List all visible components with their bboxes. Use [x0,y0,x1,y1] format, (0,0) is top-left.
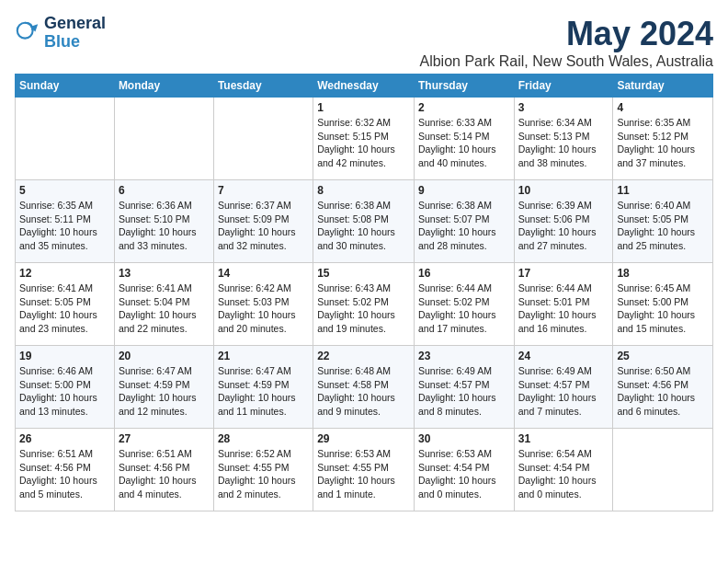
day-info: Sunrise: 6:35 AMSunset: 5:12 PMDaylight:… [617,116,709,170]
day-number: 20 [119,350,210,362]
calendar-week-4: 19Sunrise: 6:46 AMSunset: 5:00 PMDayligh… [16,346,713,429]
day-number: 8 [317,184,410,197]
day-info: Sunrise: 6:53 AMSunset: 4:54 PMDaylight:… [418,447,510,501]
calendar-cell: 26Sunrise: 6:51 AMSunset: 4:56 PMDayligh… [16,429,115,511]
calendar-cell [16,98,115,180]
day-info: Sunrise: 6:33 AMSunset: 5:14 PMDaylight:… [418,116,510,170]
calendar-cell: 27Sunrise: 6:51 AMSunset: 4:56 PMDayligh… [114,429,213,511]
calendar-cell: 19Sunrise: 6:46 AMSunset: 5:00 PMDayligh… [16,346,115,429]
day-info: Sunrise: 6:53 AMSunset: 4:55 PMDaylight:… [317,447,410,501]
logo-text: General Blue [44,15,106,52]
calendar-cell: 2Sunrise: 6:33 AMSunset: 5:14 PMDaylight… [414,98,514,180]
day-number: 1 [317,101,410,114]
day-number: 26 [19,432,110,445]
calendar-cell: 8Sunrise: 6:38 AMSunset: 5:08 PMDaylight… [313,180,415,263]
day-number: 4 [617,101,709,114]
day-number: 5 [19,184,110,197]
day-info: Sunrise: 6:49 AMSunset: 4:57 PMDaylight:… [518,364,609,419]
day-info: Sunrise: 6:34 AMSunset: 5:13 PMDaylight:… [518,116,609,170]
day-info: Sunrise: 6:49 AMSunset: 4:57 PMDaylight:… [418,364,510,419]
day-info: Sunrise: 6:51 AMSunset: 4:56 PMDaylight:… [19,447,110,501]
calendar-cell: 15Sunrise: 6:43 AMSunset: 5:02 PMDayligh… [313,263,415,346]
day-number: 10 [518,184,609,197]
calendar-cell: 28Sunrise: 6:52 AMSunset: 4:55 PMDayligh… [213,429,313,511]
day-info: Sunrise: 6:36 AMSunset: 5:10 PMDaylight:… [119,199,210,253]
calendar-cell: 14Sunrise: 6:42 AMSunset: 5:03 PMDayligh… [213,263,313,346]
day-info: Sunrise: 6:52 AMSunset: 4:55 PMDaylight:… [218,447,309,501]
calendar-cell: 11Sunrise: 6:40 AMSunset: 5:05 PMDayligh… [613,180,713,263]
day-number: 3 [518,101,609,114]
calendar-cell: 10Sunrise: 6:39 AMSunset: 5:06 PMDayligh… [514,180,613,263]
calendar-cell: 17Sunrise: 6:44 AMSunset: 5:01 PMDayligh… [514,263,613,346]
day-number: 6 [119,184,210,197]
calendar-table: Sunday Monday Tuesday Wednesday Thursday… [15,74,713,511]
day-number: 11 [617,184,709,197]
day-number: 17 [518,267,609,280]
day-number: 16 [418,267,510,280]
day-number: 12 [19,267,110,280]
day-number: 9 [418,184,510,197]
day-info: Sunrise: 6:44 AMSunset: 5:02 PMDaylight:… [418,282,510,336]
day-info: Sunrise: 6:41 AMSunset: 5:04 PMDaylight:… [119,282,210,336]
logo-icon [15,20,40,46]
day-number: 27 [119,432,210,445]
day-number: 21 [218,350,309,362]
day-number: 31 [518,432,609,445]
calendar-cell: 1Sunrise: 6:32 AMSunset: 5:15 PMDaylight… [313,98,415,180]
day-number: 30 [418,432,510,445]
day-info: Sunrise: 6:54 AMSunset: 4:54 PMDaylight:… [518,447,609,501]
calendar-cell: 18Sunrise: 6:45 AMSunset: 5:00 PMDayligh… [613,263,713,346]
calendar-cell [213,98,313,180]
col-monday: Monday [114,75,213,98]
day-info: Sunrise: 6:38 AMSunset: 5:07 PMDaylight:… [418,199,510,253]
calendar-week-2: 5Sunrise: 6:35 AMSunset: 5:11 PMDaylight… [16,180,713,263]
day-info: Sunrise: 6:35 AMSunset: 5:11 PMDaylight:… [19,199,110,253]
col-saturday: Saturday [613,75,713,98]
calendar-body: 1Sunrise: 6:32 AMSunset: 5:15 PMDaylight… [16,98,713,511]
subtitle: Albion Park Rail, New South Wales, Austr… [419,53,713,70]
day-number: 29 [317,432,410,445]
day-info: Sunrise: 6:38 AMSunset: 5:08 PMDaylight:… [317,199,410,253]
day-info: Sunrise: 6:42 AMSunset: 5:03 PMDaylight:… [218,282,309,336]
calendar-header: Sunday Monday Tuesday Wednesday Thursday… [16,75,713,98]
col-thursday: Thursday [414,75,514,98]
day-info: Sunrise: 6:40 AMSunset: 5:05 PMDaylight:… [617,199,709,253]
calendar-cell: 12Sunrise: 6:41 AMSunset: 5:05 PMDayligh… [16,263,115,346]
calendar-week-1: 1Sunrise: 6:32 AMSunset: 5:15 PMDaylight… [16,98,713,180]
calendar-cell: 6Sunrise: 6:36 AMSunset: 5:10 PMDaylight… [114,180,213,263]
day-number: 2 [418,101,510,114]
day-info: Sunrise: 6:48 AMSunset: 4:58 PMDaylight:… [317,364,410,419]
calendar-cell: 30Sunrise: 6:53 AMSunset: 4:54 PMDayligh… [414,429,514,511]
logo-line1: General [44,15,106,33]
day-info: Sunrise: 6:37 AMSunset: 5:09 PMDaylight:… [218,199,309,253]
day-number: 7 [218,184,309,197]
day-info: Sunrise: 6:45 AMSunset: 5:00 PMDaylight:… [617,282,709,336]
day-info: Sunrise: 6:32 AMSunset: 5:15 PMDaylight:… [317,116,410,170]
day-number: 23 [418,350,510,362]
day-number: 15 [317,267,410,280]
col-sunday: Sunday [16,75,115,98]
day-info: Sunrise: 6:39 AMSunset: 5:06 PMDaylight:… [518,199,609,253]
day-info: Sunrise: 6:51 AMSunset: 4:56 PMDaylight:… [119,447,210,501]
calendar-cell: 4Sunrise: 6:35 AMSunset: 5:12 PMDaylight… [613,98,713,180]
calendar-cell: 24Sunrise: 6:49 AMSunset: 4:57 PMDayligh… [514,346,613,429]
day-info: Sunrise: 6:47 AMSunset: 4:59 PMDaylight:… [119,364,210,419]
calendar-cell: 21Sunrise: 6:47 AMSunset: 4:59 PMDayligh… [213,346,313,429]
day-info: Sunrise: 6:41 AMSunset: 5:05 PMDaylight:… [19,282,110,336]
day-number: 22 [317,350,410,362]
logo-line2: Blue [44,33,106,52]
calendar-cell: 16Sunrise: 6:44 AMSunset: 5:02 PMDayligh… [414,263,514,346]
logo: General Blue [15,15,106,52]
day-number: 25 [617,350,709,362]
day-info: Sunrise: 6:50 AMSunset: 4:56 PMDaylight:… [617,364,709,419]
calendar-cell [613,429,713,511]
calendar-cell: 23Sunrise: 6:49 AMSunset: 4:57 PMDayligh… [414,346,514,429]
header-row: Sunday Monday Tuesday Wednesday Thursday… [16,75,713,98]
calendar-cell: 22Sunrise: 6:48 AMSunset: 4:58 PMDayligh… [313,346,415,429]
day-number: 24 [518,350,609,362]
calendar-cell: 29Sunrise: 6:53 AMSunset: 4:55 PMDayligh… [313,429,415,511]
day-number: 28 [218,432,309,445]
day-number: 14 [218,267,309,280]
day-info: Sunrise: 6:46 AMSunset: 5:00 PMDaylight:… [19,364,110,419]
calendar-week-3: 12Sunrise: 6:41 AMSunset: 5:05 PMDayligh… [16,263,713,346]
